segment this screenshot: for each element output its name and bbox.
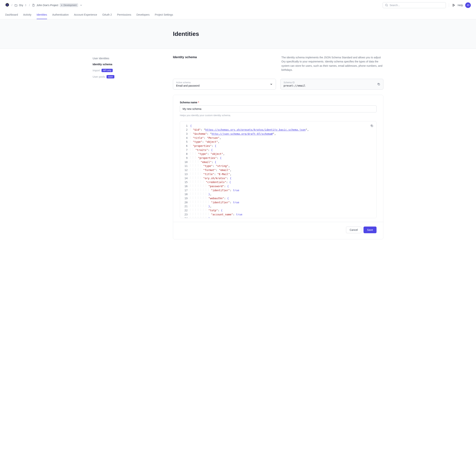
chevron-down-icon xyxy=(80,4,83,7)
sidebar-item-label: Import xyxy=(93,69,100,72)
breadcrumb-project[interactable]: John Doe's Project Development xyxy=(32,3,83,7)
sidebar-item-label: User Identities xyxy=(93,57,109,60)
search-input[interactable] xyxy=(390,4,443,7)
sidebar-item-label: Identity schema xyxy=(93,63,112,66)
svg-rect-3 xyxy=(371,125,373,127)
copy-icon[interactable] xyxy=(370,124,373,127)
badge: soon xyxy=(106,75,114,78)
chevron-down-icon xyxy=(270,83,273,86)
svg-point-1 xyxy=(385,4,387,6)
sidebar: User IdentitiesIdentity schemaImportAPI … xyxy=(93,55,173,239)
breadcrumb-workspace-label: Ory xyxy=(19,4,23,7)
tab-developers[interactable]: Developers xyxy=(136,11,150,19)
field-value: Email and password xyxy=(176,84,273,87)
breadcrumb-project-label: John Doe's Project xyxy=(36,4,58,7)
copy-icon[interactable] xyxy=(377,83,380,86)
tab-authentication[interactable]: Authentication xyxy=(52,11,69,19)
section-title: Identity schema xyxy=(173,55,274,72)
code-gutter: 1234567891011121314151617181920212223242… xyxy=(180,124,190,215)
breadcrumb-sep: / xyxy=(29,4,30,7)
main-content: Identity schema The identity schema impl… xyxy=(173,55,383,239)
search-icon xyxy=(385,4,388,7)
active-schema-select[interactable]: Active schema Email and password xyxy=(173,79,276,90)
schema-name-hint: Helps you identify your custom identity … xyxy=(180,114,376,117)
field-label: Schema ID xyxy=(284,81,380,84)
tab-oauth-2[interactable]: OAuth 2 xyxy=(102,11,112,19)
tab-identities[interactable]: Identities xyxy=(37,11,47,19)
sidebar-item-user-pools[interactable]: User poolssoon xyxy=(93,74,169,80)
divider xyxy=(449,3,449,7)
tab-activity[interactable]: Activity xyxy=(23,11,32,19)
search-box[interactable] xyxy=(383,2,446,8)
help-link[interactable]: Help xyxy=(458,4,463,7)
tab-permissions[interactable]: Permissions xyxy=(117,11,131,19)
tab-account-experience[interactable]: Account Experience xyxy=(74,11,97,19)
top-tabs: DashboardActivityIdentitiesAuthenticatio… xyxy=(0,11,476,19)
save-button[interactable]: Save xyxy=(363,227,376,233)
svg-point-0 xyxy=(6,4,8,6)
schema-name-input[interactable] xyxy=(180,105,376,113)
schema-id-field: Schema ID preset://email xyxy=(280,79,383,90)
section-description: The identity schema implements the JSON … xyxy=(281,55,383,72)
play-icon[interactable] xyxy=(452,3,455,7)
sidebar-item-label: User pools xyxy=(93,75,105,78)
field-value: preset://email xyxy=(284,84,380,87)
header: / Ory / John Doe's Project Development H… xyxy=(0,0,476,11)
file-icon xyxy=(32,4,35,7)
badge: API only xyxy=(102,69,113,72)
sidebar-item-import[interactable]: ImportAPI only xyxy=(93,67,169,74)
footer-actions: Cancel Save xyxy=(173,222,383,233)
tab-dashboard[interactable]: Dashboard xyxy=(5,11,18,19)
env-badge: Development xyxy=(60,3,78,7)
page-title: Identities xyxy=(173,31,383,37)
cancel-button[interactable]: Cancel xyxy=(346,227,361,233)
folder-icon xyxy=(15,4,17,7)
schema-name-label: Schema name * xyxy=(180,101,376,104)
field-label: Active schema xyxy=(176,81,273,84)
breadcrumb-workspace[interactable]: Ory xyxy=(15,4,27,7)
code-editor[interactable]: 1234567891011121314151617181920212223242… xyxy=(180,121,376,218)
schema-editor-card: Schema name * Helps you identify your cu… xyxy=(173,95,383,239)
avatar[interactable]: JD xyxy=(465,2,471,8)
ory-logo[interactable] xyxy=(5,3,9,8)
code-lines[interactable]: {"$id": "https://schemas.ory.sh/presets/… xyxy=(190,124,376,215)
svg-rect-2 xyxy=(378,84,380,85)
sidebar-item-identity-schema[interactable]: Identity schema xyxy=(93,61,169,67)
sort-icon xyxy=(25,4,27,6)
tab-project-settings[interactable]: Project Settings xyxy=(155,11,173,19)
breadcrumb-sep: / xyxy=(12,4,12,7)
sidebar-item-user-identities[interactable]: User Identities xyxy=(93,55,169,61)
hero: Identities xyxy=(0,19,476,49)
